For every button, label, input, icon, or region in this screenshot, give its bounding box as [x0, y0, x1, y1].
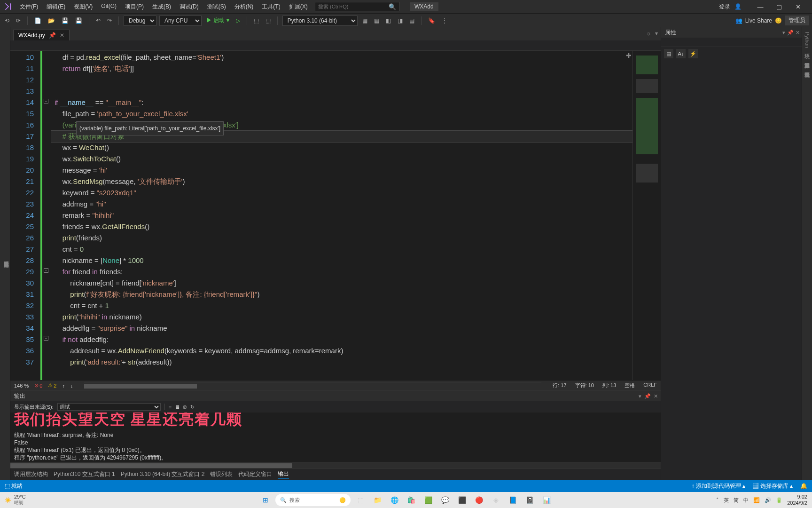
code-line[interactable]: addmsg = "hi" [51, 198, 632, 210]
code-line[interactable]: print('add result:'+ str(addresult)) [51, 357, 632, 368]
code-line[interactable]: remark = "hihihi" [51, 210, 632, 221]
save-icon[interactable]: 💾 [60, 16, 70, 25]
explorer-icon[interactable]: 📁 [370, 493, 384, 507]
code-line[interactable]: wx = WeChat() [51, 142, 632, 153]
output-close-icon[interactable]: ✕ [654, 393, 658, 399]
menu-item[interactable]: 分析(N) [231, 1, 258, 13]
breadcrumb-bar[interactable] [10, 40, 661, 51]
menu-item[interactable]: 调试(D) [176, 1, 203, 13]
bottom-tab[interactable]: Python 3.10 (64-bit) 交互式窗口 2 [121, 470, 205, 478]
save-all-icon[interactable]: 💾 [73, 16, 84, 25]
platform-dropdown[interactable]: Any CPU [159, 16, 202, 26]
code-line[interactable]: print(f"好友昵称: {friend['nickname']}, 备注: … [51, 289, 632, 300]
nav-up-icon[interactable]: ↑ [62, 383, 65, 389]
start-without-debug-icon[interactable]: ▷ [234, 16, 242, 25]
tb-icon[interactable]: ▤ [407, 16, 416, 25]
menu-item[interactable]: 测试(S) [203, 1, 230, 13]
app-icon[interactable]: 📊 [539, 493, 554, 507]
eol-mode[interactable]: CRLF [643, 382, 657, 389]
code-line[interactable]: nickname = [None] * 1000 [51, 255, 632, 266]
tb-icon[interactable]: ◨ [396, 16, 405, 25]
code-line[interactable]: print("hihihi" in nickname) [51, 311, 632, 323]
code-line[interactable]: if not addedflg: [51, 334, 632, 345]
code-line[interactable]: file_path = 'path_to_your_excel_file.xls… [51, 108, 632, 119]
start-button[interactable]: ▶ 启动 ▾ [204, 16, 231, 25]
close-button[interactable]: ✕ [789, 0, 807, 13]
tb-icon[interactable]: ◧ [384, 16, 393, 25]
tray-chevron-icon[interactable]: ˄ [716, 497, 719, 503]
search-box[interactable]: 🔍 [315, 2, 399, 11]
step-icon[interactable]: ⬚ [252, 16, 261, 25]
output-body[interactable]: 我们抬头望天空 星星还亮着几颗 线程 'MainThread': surpris… [10, 413, 661, 462]
output-tool-icon[interactable]: ⎚ [183, 404, 187, 410]
wifi-icon[interactable]: 📶 [753, 497, 760, 503]
code-line[interactable]: addedflg = "surprise" in nickname [51, 323, 632, 334]
menu-item[interactable]: Git(G) [97, 1, 120, 13]
python-env-dropdown[interactable]: Python 3.10 (64-bit) [282, 16, 358, 26]
code-line[interactable]: message = 'hi' [51, 165, 632, 176]
bottom-tab[interactable]: 代码定义窗口 [238, 470, 272, 478]
nav-fwd-icon[interactable]: ⟳ [14, 16, 23, 25]
props-dropdown-icon[interactable]: ▾ [782, 30, 785, 36]
minimap[interactable] [632, 51, 661, 380]
code-line[interactable] [51, 74, 632, 86]
undo-icon[interactable]: ↶ [94, 16, 102, 25]
code-line[interactable]: cnt = 0 [51, 244, 632, 255]
warning-count[interactable]: ⚠ 2 [48, 382, 56, 389]
code-line[interactable]: df = pd.read_excel(file_path, sheet_name… [51, 52, 632, 63]
new-file-icon[interactable]: 📄 [32, 16, 43, 25]
menu-item[interactable]: 编辑(E) [43, 1, 69, 13]
config-dropdown[interactable]: Debug [124, 16, 156, 26]
menu-item[interactable]: 项目(P) [121, 1, 148, 13]
code-line[interactable]: wx.SwitchToChat() [51, 153, 632, 165]
fold-toggle[interactable]: − [44, 99, 48, 103]
output-tool-icon[interactable]: ≡ [169, 404, 172, 410]
code-line[interactable]: addresult = wx.AddNewFriend(keywords = k… [51, 345, 632, 357]
nav-down-icon[interactable]: ↓ [70, 383, 73, 389]
search-input[interactable] [318, 4, 389, 9]
props-events-icon[interactable]: ⚡ [688, 49, 698, 58]
fold-toggle[interactable]: − [44, 336, 48, 341]
props-pin-icon[interactable]: 📌 [787, 30, 794, 36]
code-line[interactable]: return df[['姓名', '电话']] [51, 63, 632, 74]
code-line[interactable] [51, 86, 632, 97]
source-control-button[interactable]: ↑ 添加到源代码管理 ▴ [692, 482, 746, 490]
bottom-tab[interactable]: 调用层次结构 [14, 470, 48, 478]
app-icon[interactable]: ⬛ [455, 493, 469, 507]
login-button[interactable]: 登录 👤 [713, 1, 744, 13]
code-line[interactable]: print(friends) [51, 232, 632, 244]
taskbar-search[interactable]: 🔍 搜索 🟡 [275, 494, 351, 506]
left-rail[interactable]: 服务器资源管理器 工具箱 [0, 27, 10, 480]
code-line[interactable]: keyword = "s2023xdq1" [51, 187, 632, 198]
output-tool-icon[interactable]: ≣ [175, 404, 180, 410]
open-icon[interactable]: 📂 [46, 16, 57, 25]
tray-ime[interactable]: 简 [734, 497, 739, 504]
code-line[interactable]: friends = wx.GetAllFriends() [51, 221, 632, 232]
fold-toggle[interactable]: − [44, 268, 48, 273]
tb-icon[interactable]: ▦ [360, 16, 369, 25]
tab-wxadd[interactable]: WXAdd.py 📌 ✕ [13, 30, 70, 40]
redo-icon[interactable]: ↷ [105, 16, 114, 25]
search-icon[interactable]: 🔍 [389, 3, 396, 10]
liveshare-button[interactable]: Live Share [745, 17, 772, 24]
app-icon[interactable]: 🔴 [472, 493, 486, 507]
code-line[interactable]: wx.SendMsg(message, '文件传输助手') [51, 176, 632, 187]
liveshare-icon[interactable]: 👥 [735, 17, 742, 24]
rail-tab[interactable]: Python 环境 [804, 32, 811, 49]
editor[interactable]: 1011121314151617181920212223242526272829… [10, 51, 661, 380]
edge-icon[interactable]: 🌐 [387, 493, 401, 507]
output-dropdown-icon[interactable]: ▾ [639, 393, 641, 399]
zoom-level[interactable]: 146 % [14, 383, 29, 389]
props-close-icon[interactable]: ✕ [796, 30, 800, 36]
vs-icon[interactable]: ◈ [489, 493, 503, 507]
props-alpha-icon[interactable]: A↓ [676, 49, 686, 58]
system-tray[interactable]: ˄ 英 简 中 📶 🔊 🔋 9:02 2024/9/2 [716, 494, 807, 506]
feedback-icon[interactable]: 😊 [775, 17, 782, 24]
weather-widget[interactable]: ☀️ 29°C 晴朗 [5, 494, 26, 506]
preview-icon[interactable]: ☼ [646, 30, 651, 37]
fold-column[interactable]: −−− [42, 51, 51, 380]
error-count[interactable]: ⊘ 0 [34, 382, 42, 389]
menu-item[interactable]: 生成(B) [148, 1, 175, 13]
clock[interactable]: 9:02 2024/9/2 [787, 494, 807, 506]
menu-item[interactable]: 视图(V) [70, 1, 96, 13]
